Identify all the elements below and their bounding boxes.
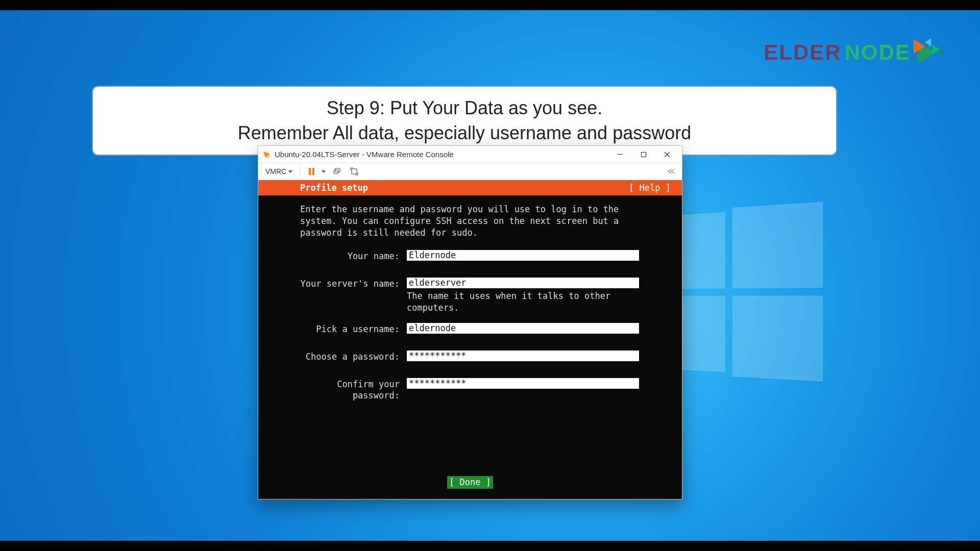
caret-down-icon [288, 170, 292, 173]
confirm-label: Confirm your password: [300, 378, 400, 402]
row-username: Pick a username: eldernode [300, 323, 640, 335]
server-hint: The name it uses when it talks to other … [407, 290, 639, 314]
installer-description: Enter the username and password you will… [300, 204, 627, 239]
fullscreen-button[interactable] [348, 165, 360, 178]
close-button[interactable] [655, 146, 679, 163]
name-label: Your name: [300, 250, 400, 262]
server-label: Your server's name: [300, 278, 400, 290]
profile-form: Your name: Eldernode Your server's name:… [300, 250, 640, 402]
vmware-window: Ubuntu-20.04LTS-Server - VMware Remote C… [258, 145, 682, 499]
window-title: Ubuntu-20.04LTS-Server - VMware Remote C… [275, 150, 608, 159]
installer-title: Profile setup [300, 182, 629, 194]
username-label: Pick a username: [300, 323, 400, 335]
brand-logo: ELDERNODE [764, 38, 949, 67]
console-area[interactable]: Profile setup [ Help ] Enter the usernam… [258, 180, 682, 499]
app-icon [262, 151, 271, 159]
done-wrap: [ Done ] [258, 476, 682, 489]
done-button[interactable]: [ Done ] [447, 476, 493, 489]
server-field[interactable]: elderserver [407, 278, 639, 288]
name-field[interactable]: Eldernode [407, 250, 639, 261]
installer-body: Enter the username and password you will… [258, 195, 682, 402]
svg-rect-2 [618, 154, 623, 155]
svg-rect-3 [642, 152, 646, 157]
row-name: Your name: Eldernode [300, 250, 640, 262]
send-cad-button[interactable] [331, 165, 343, 178]
minimize-button[interactable] [608, 146, 632, 163]
installer-header: Profile setup [ Help ] [258, 180, 682, 195]
password-field[interactable]: *********** [407, 350, 639, 361]
brand-icon [914, 38, 949, 67]
window-titlebar[interactable]: Ubuntu-20.04LTS-Server - VMware Remote C… [258, 146, 682, 163]
row-server: Your server's name: elderserver The name… [300, 278, 640, 314]
help-button[interactable]: [ Help ] [629, 182, 671, 194]
maximize-button[interactable] [632, 146, 655, 163]
row-confirm: Confirm your password: *********** [300, 378, 640, 402]
desktop-background: ELDERNODE Step 9: Put Your Data as you s… [0, 10, 980, 541]
pause-button[interactable] [305, 165, 317, 178]
vmrc-label: VMRC [265, 167, 286, 176]
confirm-field[interactable]: *********** [407, 378, 639, 389]
caption-line1: Step 9: Put Your Data as you see. [106, 96, 823, 121]
caption-line2: Remember All data, especially username a… [106, 121, 823, 146]
row-password: Choose a password: *********** [300, 350, 640, 363]
svg-rect-6 [352, 169, 357, 174]
password-label: Choose a password: [300, 350, 400, 363]
collapse-toolbar-button[interactable] [665, 165, 677, 178]
pause-caret-icon[interactable] [322, 170, 326, 173]
vmrc-menu[interactable]: VMRC [263, 166, 295, 177]
brand-elder: ELDER [764, 40, 841, 65]
username-field[interactable]: eldernode [407, 323, 639, 334]
window-toolbar: VMRC [258, 163, 682, 180]
toolbar-separator [300, 166, 300, 177]
brand-node: NODE [845, 40, 911, 65]
